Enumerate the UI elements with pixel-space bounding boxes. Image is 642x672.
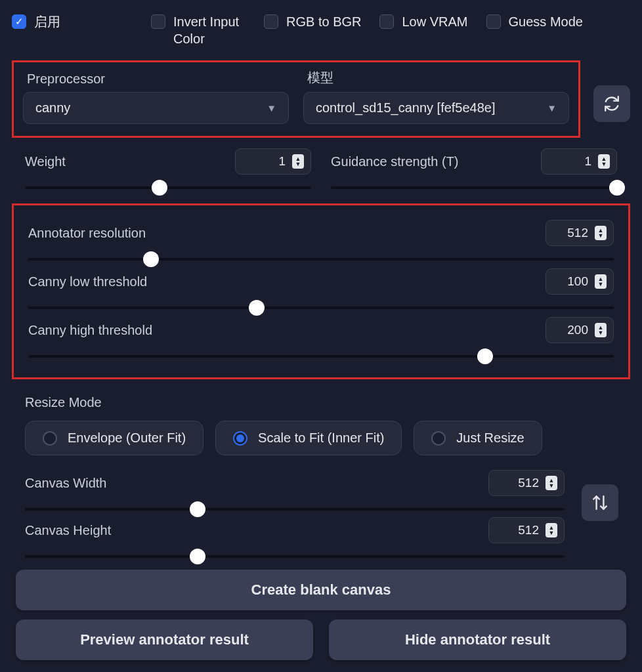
radio-icon <box>233 431 247 446</box>
swap-arrows-icon <box>591 494 609 511</box>
swap-dimensions-button[interactable] <box>582 484 618 521</box>
preprocessor-label: Preprocessor <box>27 72 289 87</box>
resize-justresize-option[interactable]: Just Resize <box>414 421 542 455</box>
chevron-down-icon: ▼ <box>547 102 557 114</box>
low-vram-checkbox-item[interactable]: Low VRAM <box>379 13 467 30</box>
rgb-bgr-label: RGB to BGR <box>286 13 361 30</box>
weight-numbox[interactable]: 1 ▲▼ <box>235 148 311 175</box>
chevron-down-icon: ▼ <box>267 102 276 114</box>
weight-value: 1 <box>278 154 286 169</box>
canvas-height-value: 512 <box>518 523 539 537</box>
low-vram-label: Low VRAM <box>402 13 467 30</box>
resize-justresize-label: Just Resize <box>456 430 524 446</box>
annotator-res-slider[interactable] <box>28 258 614 261</box>
slider-thumb[interactable] <box>249 300 265 316</box>
canvas-height-label: Canvas Height <box>25 523 111 538</box>
slider-thumb[interactable] <box>609 180 625 196</box>
slider-thumb[interactable] <box>143 251 159 267</box>
canvas-width-numbox[interactable]: 512 ▲▼ <box>488 470 565 496</box>
canvas-height-numbox[interactable]: 512 ▲▼ <box>488 517 565 543</box>
canny-high-slider[interactable] <box>28 355 614 358</box>
preview-annotator-button[interactable]: Preview annotator result <box>16 620 313 660</box>
refresh-button[interactable] <box>593 85 630 122</box>
checkbox-icon <box>151 14 165 29</box>
enable-label: 启用 <box>34 13 60 30</box>
canvas-width-label: Canvas Width <box>25 476 107 491</box>
canny-low-numbox[interactable]: 100 ▲▼ <box>546 268 614 295</box>
canny-high-label: Canny high threshold <box>28 323 152 338</box>
canvas-width-value: 512 <box>518 476 539 490</box>
preprocessor-dropdown[interactable]: canny ▼ <box>23 92 289 124</box>
guidance-label: Guidance strength (T) <box>331 154 459 169</box>
options-checkbox-row: ✓ 启用 Invert Input Color RGB to BGR Low V… <box>12 13 630 47</box>
model-value: control_sd15_canny [fef5e48e] <box>316 100 496 116</box>
rgb-bgr-checkbox-item[interactable]: RGB to BGR <box>264 13 361 30</box>
preprocessor-value: canny <box>35 100 70 116</box>
canny-low-value: 100 <box>567 274 588 289</box>
guess-mode-checkbox-item[interactable]: Guess Mode <box>486 13 583 30</box>
stepper-icon[interactable]: ▲▼ <box>546 523 557 537</box>
guess-mode-label: Guess Mode <box>509 13 583 30</box>
hide-annotator-button[interactable]: Hide annotator result <box>329 620 626 660</box>
slider-thumb[interactable] <box>190 549 205 564</box>
refresh-icon <box>603 95 620 112</box>
stepper-icon[interactable]: ▲▼ <box>598 154 610 169</box>
model-dropdown[interactable]: control_sd15_canny [fef5e48e] ▼ <box>303 92 569 124</box>
stepper-icon[interactable]: ▲▼ <box>595 323 607 337</box>
resize-mode-radio-group: Envelope (Outer Fit) Scale to Fit (Inner… <box>25 421 617 455</box>
slider-thumb[interactable] <box>477 348 493 364</box>
slider-thumb[interactable] <box>152 180 167 196</box>
create-blank-canvas-button[interactable]: Create blank canvas <box>16 570 626 610</box>
resize-envelope-option[interactable]: Envelope (Outer Fit) <box>25 421 203 455</box>
stepper-icon[interactable]: ▲▼ <box>292 154 304 169</box>
radio-icon <box>431 431 446 446</box>
annotator-res-label: Annotator resolution <box>28 226 146 241</box>
radio-icon <box>43 431 57 446</box>
canny-high-value: 200 <box>567 323 588 337</box>
slider-thumb[interactable] <box>190 501 205 517</box>
annotator-res-numbox[interactable]: 512 ▲▼ <box>546 220 614 246</box>
model-label: 模型 <box>307 69 569 87</box>
resize-mode-title: Resize Mode <box>25 395 617 410</box>
enable-checkbox-item[interactable]: ✓ 启用 <box>12 13 60 30</box>
checkbox-icon: ✓ <box>12 14 26 29</box>
guidance-value: 1 <box>584 154 591 169</box>
resize-envelope-label: Envelope (Outer Fit) <box>68 430 186 446</box>
preview-label: Preview annotator result <box>80 631 249 648</box>
weight-slider[interactable] <box>25 186 311 189</box>
weight-label: Weight <box>25 154 66 169</box>
invert-label: Invert Input Color <box>173 13 246 47</box>
invert-checkbox-item[interactable]: Invert Input Color <box>151 13 246 47</box>
create-canvas-label: Create blank canvas <box>251 581 391 598</box>
guidance-slider[interactable] <box>331 186 617 189</box>
stepper-icon[interactable]: ▲▼ <box>595 226 607 240</box>
canvas-width-slider[interactable] <box>25 508 565 511</box>
guidance-numbox[interactable]: 1 ▲▼ <box>541 148 617 175</box>
resize-scalefit-option[interactable]: Scale to Fit (Inner Fit) <box>215 421 402 455</box>
canny-high-numbox[interactable]: 200 ▲▼ <box>546 317 614 343</box>
stepper-icon[interactable]: ▲▼ <box>546 476 557 490</box>
canvas-height-slider[interactable] <box>25 555 565 558</box>
checkbox-icon <box>379 14 394 29</box>
preprocessor-model-highlight: Preprocessor canny ▼ 模型 control_sd15_can… <box>12 60 580 138</box>
resize-scalefit-label: Scale to Fit (Inner Fit) <box>258 430 384 446</box>
threshold-highlight: Annotator resolution 512 ▲▼ Canny low th… <box>12 203 630 379</box>
checkbox-icon <box>486 14 501 29</box>
canny-low-slider[interactable] <box>28 306 614 309</box>
canny-low-label: Canny low threshold <box>28 274 147 289</box>
hide-label: Hide annotator result <box>405 631 550 648</box>
checkbox-icon <box>264 14 278 29</box>
stepper-icon[interactable]: ▲▼ <box>595 274 607 289</box>
annotator-res-value: 512 <box>567 226 588 240</box>
